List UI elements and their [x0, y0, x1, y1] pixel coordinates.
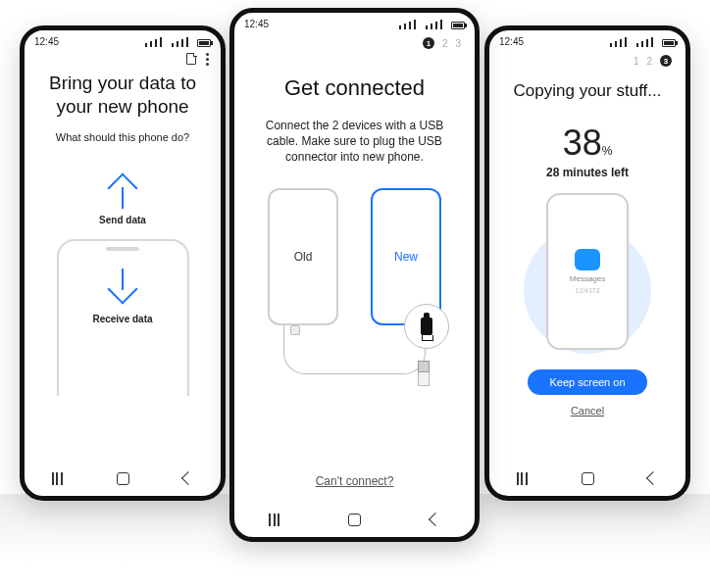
status-bar: 12:45 — [25, 30, 221, 51]
nav-back[interactable] — [429, 513, 442, 526]
more-options-icon[interactable] — [206, 53, 209, 66]
arrow-up-icon — [107, 173, 137, 204]
send-data-button[interactable]: Send data — [25, 177, 221, 225]
page-subtitle: What should this phone do? — [38, 130, 207, 145]
nav-back[interactable] — [181, 471, 195, 485]
status-time: 12:45 — [499, 36, 524, 47]
old-phone-label: Old — [294, 250, 313, 264]
battery-icon — [197, 39, 211, 47]
nav-bar — [489, 461, 685, 496]
status-time: 12:45 — [244, 19, 269, 29]
percent-value: 38 — [563, 122, 602, 163]
messages-icon — [575, 249, 600, 270]
step-indicator: 1 2 3 — [234, 33, 475, 49]
nav-home[interactable] — [117, 472, 129, 485]
cant-connect-link[interactable]: Can't connect? — [234, 474, 475, 488]
category-label: Messages — [570, 274, 605, 283]
status-bar: 12:45 — [234, 13, 475, 33]
send-data-label: Send data — [99, 215, 146, 225]
step-current: 3 — [660, 55, 672, 67]
percent-suffix: % — [602, 144, 613, 158]
phone-left: 12:45 Bring your data to your new phone … — [20, 25, 226, 501]
step-indicator: 1 2 3 — [489, 51, 685, 67]
category-progress: 12/4372 — [575, 287, 599, 294]
phone-center: 12:45 1 2 3 Get connected Connect the 2 … — [229, 8, 480, 542]
nav-home[interactable] — [582, 472, 594, 485]
usb-a-plug-icon — [418, 361, 430, 386]
old-phone-illustration: Old — [268, 188, 338, 325]
status-icons — [610, 37, 676, 47]
copy-phone-illustration: Messages 12/4372 — [546, 193, 629, 350]
page-subtitle: Connect the 2 devices with a USB cable. … — [256, 118, 453, 166]
status-icons — [399, 20, 465, 29]
step-2: 2 — [442, 38, 448, 49]
nav-bar — [234, 502, 475, 537]
status-icons — [145, 37, 211, 47]
phone-right: 12:45 1 2 3 Copying your stuff... 38% 28… — [484, 25, 690, 501]
step-1: 1 — [634, 56, 639, 67]
sdcard-icon[interactable] — [186, 53, 196, 65]
step-current: 1 — [423, 37, 434, 49]
status-time: 12:45 — [34, 36, 59, 47]
status-bar: 12:45 — [489, 30, 685, 51]
nav-home[interactable] — [348, 514, 361, 526]
usb-c-plug-icon — [290, 325, 300, 335]
connection-illustration: Old New — [234, 188, 475, 414]
battery-icon — [662, 39, 676, 47]
page-title: Get connected — [244, 74, 465, 102]
usb-adapter-icon — [404, 304, 449, 349]
nav-back[interactable] — [646, 471, 660, 485]
receive-data-label: Receive data — [92, 314, 152, 324]
receive-data-button[interactable]: Receive data — [57, 239, 189, 396]
step-2: 2 — [646, 56, 652, 67]
page-title: Bring your data to your new phone — [34, 72, 211, 119]
arrow-down-icon — [107, 274, 137, 305]
progress-percent: 38% — [489, 122, 685, 164]
nav-bar — [25, 461, 221, 496]
page-title: Copying your stuff... — [499, 80, 676, 101]
nav-recents[interactable] — [517, 472, 528, 485]
cancel-link[interactable]: Cancel — [489, 405, 685, 416]
nav-recents[interactable] — [269, 514, 279, 526]
step-3: 3 — [455, 38, 461, 49]
nav-recents[interactable] — [52, 472, 63, 485]
keep-screen-on-button[interactable]: Keep screen on — [528, 369, 646, 395]
new-phone-label: New — [394, 250, 418, 264]
time-remaining: 28 minutes left — [489, 166, 685, 179]
battery-icon — [451, 22, 465, 29]
